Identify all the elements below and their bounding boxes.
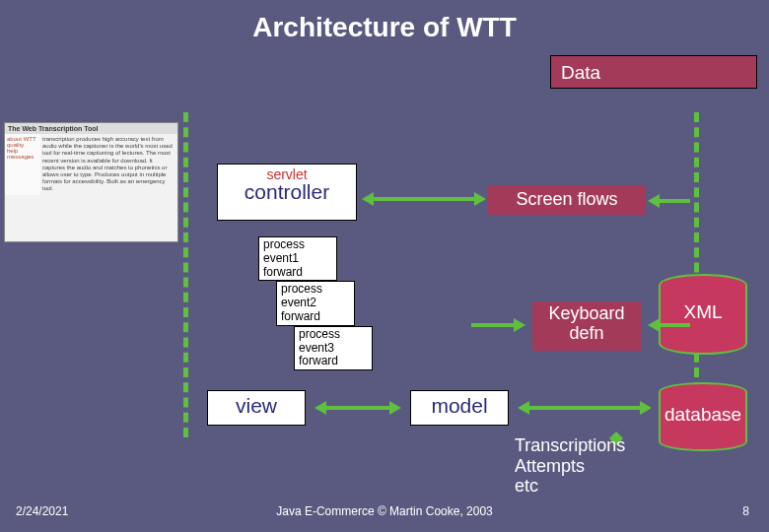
keyboard-defn-box: Keyboard defn [532,301,641,351]
event3-name: event3 [299,342,368,356]
transcriptions-text: Transcriptions Attempts etc [515,435,625,497]
model-box: model [410,390,509,426]
slide-title: Architecture of WTT [0,12,769,43]
database-label: database [659,404,747,426]
event2-forward: forward [281,310,350,324]
event1-process: process [263,238,332,252]
event1-forward: forward [263,266,332,280]
arrow-keyboard-xml [651,323,690,327]
event-box-1: process event1 forward [258,236,337,281]
arrow-screenflows-xml [651,199,690,203]
thumb-sidebar: about WTT quality help messages [5,134,40,195]
footer-copyright: Java E-Commerce © Martin Cooke, 2003 [0,504,769,518]
event1-name: event1 [263,252,332,266]
controller-box: servlet controller [217,164,357,221]
arrow-events-keyboard [471,323,523,327]
arrow-model-database [521,406,649,410]
tier-divider-left [183,112,188,437]
view-box: view [207,390,306,426]
data-label-box: Data [550,55,757,89]
event2-process: process [281,283,350,297]
event-chain: process event1 forward process event2 fo… [258,236,373,370]
event2-name: event2 [281,297,350,310]
event3-forward: forward [299,355,368,368]
event-box-2: process event2 forward [276,281,355,325]
xml-cylinder: XML [659,274,747,355]
slide-number: 8 [742,504,749,518]
screen-flows-box: Screen flows [488,185,646,215]
browser-thumbnail: The Web Transcription Tool about WTT qua… [4,122,178,242]
thumb-header: The Web Transcription Tool [5,123,177,134]
arrow-view-model [317,406,398,410]
xml-label: XML [659,301,747,323]
database-cylinder: database [659,382,747,451]
event-box-3: process event3 forward [294,326,373,370]
arrow-controller-screenflows [365,197,483,201]
thumb-main: transcription produces high accuracy tex… [40,134,177,195]
event3-process: process [299,328,368,342]
controller-label: controller [218,180,356,204]
